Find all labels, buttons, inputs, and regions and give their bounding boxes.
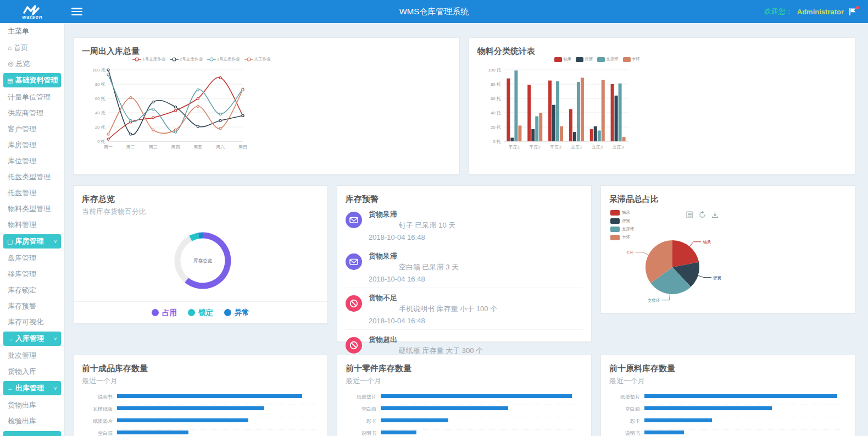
legend-item[interactable]: 弹簧: [576, 57, 593, 62]
sidebar-item[interactable]: 物料类型管理: [0, 201, 64, 217]
legend-item[interactable]: 3号立库作业: [207, 57, 240, 62]
sidebar-item-label: 托盘管理: [8, 189, 36, 197]
alert-timestamp: 2018-10-04 16:48: [369, 233, 455, 241]
chevron-down-icon: ∨: [53, 385, 57, 391]
svg-text:60 托: 60 托: [95, 96, 105, 101]
sidebar-item[interactable]: 库存锁定: [0, 282, 64, 298]
sidebar-item[interactable]: 托盘类型管理: [0, 169, 64, 185]
legend-dot: [188, 309, 195, 316]
card-top-parts: 前十零件库存数量 最近一个月 纸质垫片空白箱彩卡说明书: [337, 355, 592, 436]
sidebar-item[interactable]: 盘库管理: [0, 250, 64, 266]
sidebar-item-label: 主菜单: [8, 27, 29, 35]
hbar-bar[interactable]: [117, 406, 264, 410]
legend-dot: [224, 309, 231, 316]
hbar-track: [381, 418, 580, 429]
sidebar-item[interactable]: 供应商管理: [0, 105, 64, 121]
material-stats-chart: 轴承弹簧支撑环卡环 0 托20 托40 托60 托80 托100 托平库1平库2…: [479, 56, 715, 162]
sidebar-item[interactable]: ◎总览: [0, 56, 64, 71]
sidebar-item[interactable]: 客户管理: [0, 121, 64, 137]
notification-flag-icon[interactable]: [848, 7, 858, 16]
sidebar-item-label: 库房管理: [15, 236, 43, 246]
hbar-chart-finished: 说明书瓦楞纸板纸质垫片空白箱: [82, 394, 319, 436]
sidebar-item-label: 托盘类型管理: [8, 173, 51, 181]
legend-item[interactable]: 1号立库作业: [132, 57, 165, 62]
legend-item[interactable]: 轴承: [610, 210, 635, 216]
username[interactable]: Administrator: [797, 8, 844, 16]
sidebar-item[interactable]: 托盘管理: [0, 185, 64, 201]
sidebar-item-label: 库存可视化: [8, 318, 43, 326]
legend-item[interactable]: 2号立库作业: [170, 57, 203, 62]
svg-text:库存总览: 库存总览: [193, 258, 213, 263]
restore-icon[interactable]: [699, 211, 706, 218]
alert-list: 货物呆滞钉子 已呆滞 10 天2018-10-04 16:48货物呆滞空白箱 已…: [346, 205, 583, 371]
sidebar-group-header[interactable]: ▢库房管理∨: [3, 234, 61, 249]
sidebar-item[interactable]: 计量单位管理: [0, 89, 64, 105]
svg-text:80 托: 80 托: [95, 82, 105, 87]
hbar-bar[interactable]: [381, 406, 508, 410]
sidebar-item[interactable]: 库位管理: [0, 153, 64, 169]
hbar-bar[interactable]: [644, 431, 684, 434]
card-subtitle: 最近一个月: [82, 376, 319, 386]
save-image-icon[interactable]: [711, 211, 719, 218]
hbar-bar[interactable]: [644, 418, 712, 422]
data-view-icon[interactable]: [686, 211, 693, 218]
svg-text:周一: 周一: [104, 145, 113, 150]
svg-text:平库1: 平库1: [509, 145, 520, 150]
hbar-label: 空白箱: [613, 406, 644, 412]
card-title: 库存预警: [346, 194, 583, 205]
card-title: 呆滞品总占比: [609, 194, 847, 205]
hbar-track: [381, 430, 580, 436]
hbar-bar[interactable]: [117, 394, 302, 398]
hbar-bar[interactable]: [117, 431, 188, 434]
hbar-bar[interactable]: [644, 394, 837, 398]
sidebar-item[interactable]: 库存预警: [0, 298, 64, 314]
legend-item[interactable]: 轴承: [554, 57, 571, 62]
hbar-chart-parts: 纸质垫片空白箱彩卡说明书: [346, 394, 583, 436]
legend-item[interactable]: 异常: [224, 308, 249, 318]
svg-text:周四: 周四: [171, 145, 180, 150]
legend-item[interactable]: 人工作业: [244, 57, 271, 62]
legend-item[interactable]: 支撑环: [610, 227, 635, 232]
legend-item[interactable]: 锁定: [188, 308, 213, 318]
sidebar-item-label: 总览: [15, 59, 30, 68]
sidebar-item-label: 移库管理: [8, 270, 36, 278]
sidebar-item[interactable]: 检验出库: [0, 413, 64, 429]
sidebar-item[interactable]: 库存可视化: [0, 314, 64, 330]
sidebar-item[interactable]: 货物入库: [0, 363, 64, 379]
sidebar-item-label: 计量单位管理: [8, 93, 51, 101]
legend-item[interactable]: 占用: [152, 308, 177, 318]
hbar-row: 空白箱: [85, 430, 319, 436]
hbar-label: 空白箱: [85, 430, 117, 436]
arrow-left-icon: ←: [7, 385, 13, 391]
legend-item[interactable]: 弹簧: [610, 218, 635, 224]
hbar-bar[interactable]: [117, 418, 248, 422]
hbar-bar[interactable]: [381, 431, 416, 434]
hbar-row: 瓦楞纸板: [85, 406, 319, 418]
sidebar-item[interactable]: 批次管理: [0, 347, 64, 363]
sidebar-item[interactable]: 移库管理: [0, 266, 64, 282]
sidebar-item[interactable]: ⌂首页: [0, 40, 64, 56]
alert-body: 货物呆滞空白箱 已呆滞 3 天2018-10-04 16:48: [369, 251, 459, 283]
welcome-label: 欢迎您：: [764, 7, 793, 16]
hbar-bar[interactable]: [644, 406, 772, 410]
sidebar-item-active[interactable]: ▤基础资料管理: [3, 73, 61, 87]
hbar-bar[interactable]: [381, 418, 448, 422]
hbar-row: 纸质垫片: [349, 394, 583, 406]
top-header: watson WMS仓库管理系统 欢迎您： Administrator: [0, 0, 868, 23]
sidebar-group-header[interactable]: →入库管理∨: [3, 332, 61, 346]
hbar-row: 纸质垫片: [85, 418, 319, 430]
sidebar-item-partial[interactable]: [3, 431, 61, 436]
sidebar-item-label: 库房管理: [8, 141, 36, 149]
legend-item[interactable]: 卡环: [610, 235, 635, 240]
svg-text:100 托: 100 托: [92, 68, 105, 73]
sidebar-item[interactable]: 库房管理: [0, 137, 64, 153]
card-stagnant-share: 呆滞品总占比 轴承弹簧支撑环卡环: [600, 185, 855, 313]
sidebar-item[interactable]: 货物出库: [0, 397, 64, 413]
hbar-track: [644, 418, 843, 429]
legend-item[interactable]: 卡环: [623, 57, 640, 62]
sidebar-item[interactable]: 物料管理: [0, 217, 64, 233]
chart-toolbox: [686, 211, 719, 218]
sidebar-group-header[interactable]: ←出库管理∨: [3, 381, 61, 395]
hbar-bar[interactable]: [381, 394, 572, 398]
legend-item[interactable]: 支撑环: [597, 57, 619, 62]
